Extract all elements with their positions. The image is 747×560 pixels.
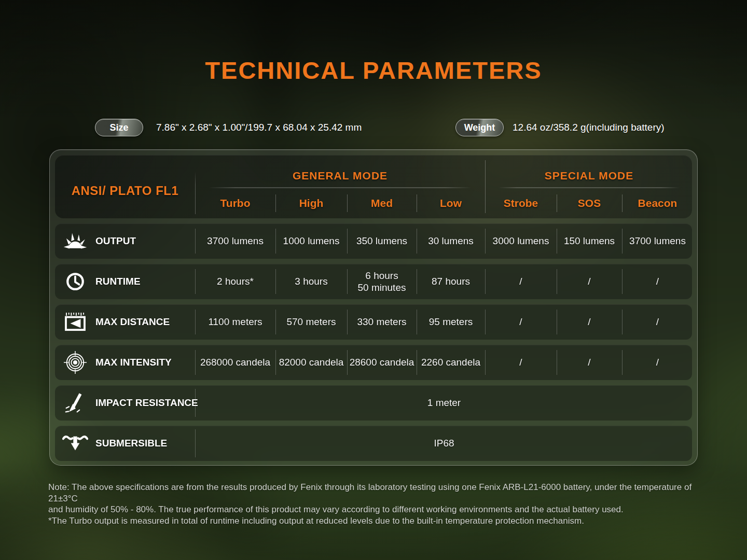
weight-value: 12.64 oz/358.2 g(including battery) xyxy=(513,119,665,136)
row-label-cell: MAX DISTANCE xyxy=(55,311,195,333)
table-row-max-intensity: MAX INTENSITY 268000 candela 82000 cande… xyxy=(55,345,692,380)
row-label: IMPACT RESISTANCE xyxy=(95,397,198,409)
runtime-turbo: 2 hours* xyxy=(195,264,275,299)
row-label: MAX INTENSITY xyxy=(95,357,172,368)
impact-check-icon xyxy=(62,391,89,414)
footnote-line-1: Note: The above specifications are from … xyxy=(48,482,712,504)
intensity-sos: / xyxy=(557,345,622,380)
column-high: High xyxy=(275,197,347,209)
table-row-output: OUTPUT 3700 lumens 1000 lumens 350 lumen… xyxy=(55,223,692,259)
mode-group-row: GENERAL MODE SPECIAL MODE xyxy=(195,155,693,188)
footnote: Note: The above specifications are from … xyxy=(48,482,712,526)
intensity-high: 82000 candela xyxy=(275,345,347,380)
distance-sos: / xyxy=(557,304,622,340)
row-label: SUBMERSIBLE xyxy=(95,438,167,449)
technical-parameters-page: TECHNICAL PARAMETERS Size 7.86" x 2.68" … xyxy=(0,0,747,560)
general-mode-label: GENERAL MODE xyxy=(293,170,388,182)
mode-columns: GENERAL MODE SPECIAL MODE Turbo High Med… xyxy=(195,155,693,218)
column-med: Med xyxy=(347,197,417,209)
row-label: OUTPUT xyxy=(95,235,136,247)
column-beacon: Beacon xyxy=(622,197,693,209)
row-label-cell: IMPACT RESISTANCE xyxy=(55,391,195,414)
special-mode-header: SPECIAL MODE xyxy=(485,155,693,188)
runtime-high: 3 hours xyxy=(275,264,347,299)
output-sos: 150 lumens xyxy=(557,223,622,259)
distance-low: 95 meters xyxy=(417,304,485,340)
impact-resistance-value: 1 meter xyxy=(195,385,693,421)
special-mode-label: SPECIAL MODE xyxy=(545,170,633,182)
column-turbo: Turbo xyxy=(195,197,275,209)
runtime-med: 6 hours 50 minutes xyxy=(347,264,417,299)
footnote-line-2: and humidity of 50% - 80%. The true perf… xyxy=(48,504,712,515)
header-label-divider xyxy=(195,172,196,214)
row-label-cell: SUBMERSIBLE xyxy=(55,432,195,455)
intensity-med: 28600 candela xyxy=(347,345,417,380)
table-row-submersible: SUBMERSIBLE IP68 xyxy=(55,426,692,461)
general-mode-underline xyxy=(209,187,472,188)
footnote-line-3: *The Turbo output is measured in total o… xyxy=(48,515,712,527)
table-header: ANSI/ PLATO FL1 GENERAL MODE SPECIAL MOD… xyxy=(55,155,692,218)
table-row-runtime: RUNTIME 2 hours* 3 hours 6 hours 50 minu… xyxy=(55,264,692,299)
intensity-low: 2260 candela xyxy=(417,345,485,380)
output-strobe: 3000 lumens xyxy=(485,223,557,259)
size-value: 7.86" x 2.68" x 1.00"/199.7 x 68.04 x 25… xyxy=(156,119,362,136)
column-strobe: Strobe xyxy=(485,197,557,209)
ansi-plato-label: ANSI/ PLATO FL1 xyxy=(55,155,195,218)
special-mode-underline xyxy=(499,187,680,188)
distance-high: 570 meters xyxy=(275,304,347,340)
runtime-low: 87 hours xyxy=(417,264,485,299)
water-submersible-icon xyxy=(62,432,89,455)
page-title: TECHNICAL PARAMETERS xyxy=(0,56,747,85)
header-mode-divider xyxy=(485,160,486,213)
row-label: MAX DISTANCE xyxy=(95,316,170,328)
runtime-sos: / xyxy=(557,264,622,299)
clock-icon xyxy=(62,270,89,293)
intensity-turbo: 268000 candela xyxy=(195,345,275,380)
distance-strobe: / xyxy=(485,304,557,340)
output-med: 350 lumens xyxy=(347,223,417,259)
row-label-cell: MAX INTENSITY xyxy=(55,351,195,374)
submersible-value: IP68 xyxy=(195,426,693,461)
runtime-beacon: / xyxy=(622,264,693,299)
output-low: 30 lumens xyxy=(417,223,485,259)
intensity-strobe: / xyxy=(485,345,557,380)
sun-icon xyxy=(62,230,89,253)
distance-turbo: 1100 meters xyxy=(195,304,275,340)
table-row-impact-resistance: IMPACT RESISTANCE 1 meter xyxy=(55,385,692,421)
spec-table-card: ANSI/ PLATO FL1 GENERAL MODE SPECIAL MOD… xyxy=(49,149,698,466)
mode-subcolumn-row: Turbo High Med Low Strobe SOS Beacon xyxy=(195,188,693,218)
beam-distance-icon xyxy=(62,311,89,333)
table-row-max-distance: MAX DISTANCE 1100 meters 570 meters 330 … xyxy=(55,304,692,340)
weight-pill-label: Weight xyxy=(464,122,495,133)
column-low: Low xyxy=(417,197,485,209)
target-intensity-icon xyxy=(62,351,89,374)
runtime-strobe: / xyxy=(485,264,557,299)
output-high: 1000 lumens xyxy=(275,223,347,259)
column-sos: SOS xyxy=(557,197,622,209)
output-beacon: 3700 lumens xyxy=(622,223,693,259)
row-label: RUNTIME xyxy=(95,276,141,287)
row-label-cell: RUNTIME xyxy=(55,270,195,293)
distance-beacon: / xyxy=(622,304,693,340)
row-label-cell: OUTPUT xyxy=(55,230,195,253)
distance-med: 330 meters xyxy=(347,304,417,340)
weight-pill: Weight xyxy=(455,119,504,136)
size-pill: Size xyxy=(95,119,143,136)
general-mode-header: GENERAL MODE xyxy=(195,155,485,188)
size-pill-label: Size xyxy=(109,122,128,133)
output-turbo: 3700 lumens xyxy=(195,223,275,259)
intensity-beacon: / xyxy=(622,345,693,380)
